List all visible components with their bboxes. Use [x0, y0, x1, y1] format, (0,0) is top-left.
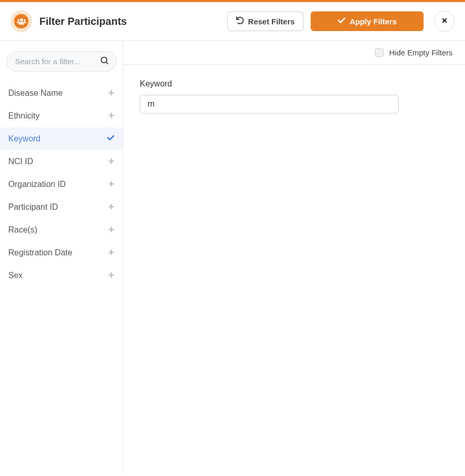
filter-item-participant-id[interactable]: Participant ID	[0, 196, 123, 219]
main-topbar: Hide Empty Filters	[123, 41, 465, 65]
filter-item-keyword[interactable]: Keyword	[0, 127, 123, 150]
filter-item-label: Sex	[8, 271, 23, 280]
main-panel: Hide Empty Filters Keyword	[123, 41, 465, 474]
filter-item-label: Keyword	[8, 134, 40, 143]
filter-item-label: NCI ID	[8, 157, 33, 166]
search-box	[6, 51, 117, 71]
filter-item-sex[interactable]: Sex	[0, 264, 123, 287]
page-title: Filter Participants	[39, 16, 220, 27]
keyword-input[interactable]	[140, 95, 399, 113]
hide-empty-checkbox[interactable]	[375, 48, 384, 57]
plus-icon	[108, 271, 114, 280]
filter-item-label: Organization ID	[8, 180, 66, 189]
header-icon-wrapper	[10, 10, 32, 32]
filter-list: Disease NameEthnicityKeywordNCI IDOrgani…	[0, 78, 123, 287]
undo-icon	[236, 17, 244, 26]
filter-item-nci-id[interactable]: NCI ID	[0, 150, 123, 173]
plus-icon	[108, 203, 114, 212]
filter-item-label: Disease Name	[8, 89, 63, 98]
participants-icon	[14, 14, 28, 28]
close-button[interactable]	[434, 11, 455, 32]
body: Disease NameEthnicityKeywordNCI IDOrgani…	[0, 41, 465, 474]
close-icon	[441, 17, 448, 25]
search-wrapper	[0, 41, 123, 78]
plus-icon	[108, 111, 114, 121]
filter-item-disease-name[interactable]: Disease Name	[0, 82, 123, 105]
plus-icon	[108, 225, 114, 235]
sidebar: Disease NameEthnicityKeywordNCI IDOrgani…	[0, 41, 123, 474]
search-input[interactable]	[6, 51, 117, 71]
filter-item-label: Race(s)	[8, 225, 37, 235]
hide-empty-label[interactable]: Hide Empty Filters	[389, 48, 453, 57]
filter-item-race-s-[interactable]: Race(s)	[0, 219, 123, 241]
header: Filter Participants Reset Filters Apply …	[0, 2, 465, 41]
apply-filters-button[interactable]: Apply Filters	[311, 11, 424, 31]
filter-item-label: Participant ID	[8, 203, 58, 212]
apply-filters-label: Apply Filters	[350, 17, 397, 26]
filter-item-label: Ethnicity	[8, 111, 39, 121]
reset-filters-button[interactable]: Reset Filters	[227, 11, 303, 31]
filter-item-ethnicity[interactable]: Ethnicity	[0, 105, 123, 127]
plus-icon	[108, 157, 114, 166]
keyword-field-label: Keyword	[140, 79, 448, 89]
reset-filters-label: Reset Filters	[248, 17, 295, 26]
filter-item-label: Registration Date	[8, 248, 72, 257]
plus-icon	[108, 248, 114, 257]
main-content: Keyword	[123, 65, 465, 128]
filter-item-registration-date[interactable]: Registration Date	[0, 241, 123, 264]
plus-icon	[108, 89, 114, 98]
filter-item-organization-id[interactable]: Organization ID	[0, 173, 123, 196]
check-icon	[107, 134, 114, 143]
check-icon	[338, 17, 345, 26]
plus-icon	[108, 180, 114, 189]
